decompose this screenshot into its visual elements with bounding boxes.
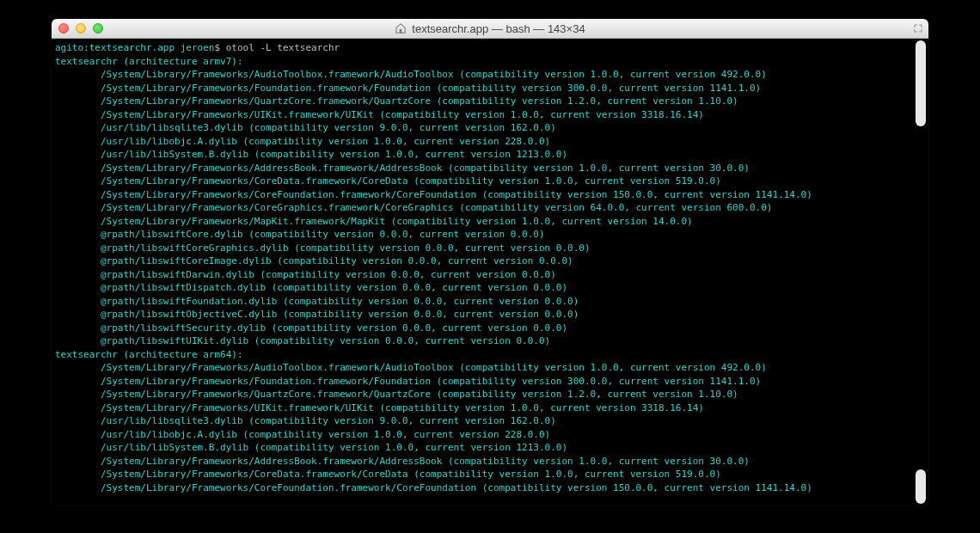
library-line: /System/Library/Frameworks/Foundation.fr… <box>55 375 925 389</box>
library-line: /System/Library/Frameworks/UIKit.framewo… <box>55 401 925 415</box>
library-line: @rpath/libswiftUIKit.dylib (compatibilit… <box>55 334 925 348</box>
library-line: /System/Library/Frameworks/QuartzCore.fr… <box>55 95 925 108</box>
prompt-command: otool -L textsearchr <box>226 42 340 53</box>
library-line: @rpath/libswiftSecurity.dylib (compatibi… <box>55 322 925 335</box>
prompt-line: agito:textsearchr.app jeroen$ otool -L t… <box>55 41 925 55</box>
svg-rect-0 <box>400 29 402 33</box>
library-line: /System/Library/Frameworks/AddressBook.f… <box>55 455 925 469</box>
library-line: @rpath/libswiftObjectiveC.dylib (compati… <box>55 308 925 322</box>
library-line: /System/Library/Frameworks/Foundation.fr… <box>55 82 925 95</box>
terminal-output[interactable]: agito:textsearchr.app jeroen$ otool -L t… <box>52 39 928 497</box>
library-line: /System/Library/Frameworks/AudioToolbox.… <box>55 68 925 82</box>
library-line: @rpath/libswiftCoreImage.dylib (compatib… <box>55 254 925 268</box>
library-line: /System/Library/Frameworks/CoreFoundatio… <box>55 481 925 495</box>
zoom-button[interactable] <box>93 23 103 34</box>
library-line: /System/Library/Frameworks/AddressBook.f… <box>55 162 925 175</box>
library-line: /System/Library/Frameworks/CoreGraphics.… <box>55 201 925 215</box>
library-line: /usr/lib/libSystem.B.dylib (compatibilit… <box>55 441 925 455</box>
library-line: /System/Library/Frameworks/UIKit.framewo… <box>55 108 925 122</box>
close-button[interactable] <box>58 23 69 34</box>
fullscreen-icon[interactable] <box>911 21 925 35</box>
titlebar[interactable]: textsearchr.app — bash — 143×34 <box>52 19 928 39</box>
prompt-symbol: $ <box>214 42 225 53</box>
library-line: @rpath/libswiftFoundation.dylib (compati… <box>55 295 925 309</box>
library-line: /usr/lib/libsqlite3.dylib (compatibility… <box>55 121 925 135</box>
traffic-lights <box>52 23 103 34</box>
architecture-header: textsearchr (architecture arm64): <box>55 348 925 362</box>
library-line: /usr/lib/libobjc.A.dylib (compatibility … <box>55 135 925 149</box>
terminal-window: textsearchr.app — bash — 143×34 agito:te… <box>52 19 928 505</box>
scrollbar-thumb[interactable] <box>916 469 926 504</box>
scrollbar[interactable] <box>915 40 927 504</box>
scrollbar-thumb[interactable] <box>916 40 926 126</box>
terminal-body[interactable]: agito:textsearchr.app jeroen$ otool -L t… <box>52 39 928 505</box>
window-title: textsearchr.app — bash — 143×34 <box>52 22 928 35</box>
library-line: /usr/lib/libSystem.B.dylib (compatibilit… <box>55 148 925 162</box>
prompt-host: agito: <box>55 42 89 53</box>
library-line: /System/Library/Frameworks/QuartzCore.fr… <box>55 388 925 401</box>
library-line: /System/Library/Frameworks/CoreFoundatio… <box>55 188 925 202</box>
library-line: /usr/lib/libobjc.A.dylib (compatibility … <box>55 428 925 442</box>
prompt-cwd: textsearchr.app <box>89 42 181 53</box>
library-line: /System/Library/Frameworks/AudioToolbox.… <box>55 361 925 375</box>
library-line: @rpath/libswiftCore.dylib (compatibility… <box>55 228 925 242</box>
prompt-user: jeroen <box>181 42 215 53</box>
library-line: /System/Library/Frameworks/MapKit.framew… <box>55 215 925 229</box>
architecture-header: textsearchr (architecture armv7): <box>55 55 925 69</box>
window-title-text: textsearchr.app — bash — 143×34 <box>412 22 585 35</box>
home-folder-icon <box>395 23 407 34</box>
library-line: @rpath/libswiftDispatch.dylib (compatibi… <box>55 281 925 295</box>
library-line: /System/Library/Frameworks/CoreData.fram… <box>55 468 925 481</box>
minimize-button[interactable] <box>76 23 86 34</box>
library-line: @rpath/libswiftDarwin.dylib (compatibili… <box>55 268 925 282</box>
library-line: /System/Library/Frameworks/CoreData.fram… <box>55 175 925 188</box>
library-line: @rpath/libswiftCoreGraphics.dylib (compa… <box>55 242 925 255</box>
library-line: /usr/lib/libsqlite3.dylib (compatibility… <box>55 414 925 428</box>
